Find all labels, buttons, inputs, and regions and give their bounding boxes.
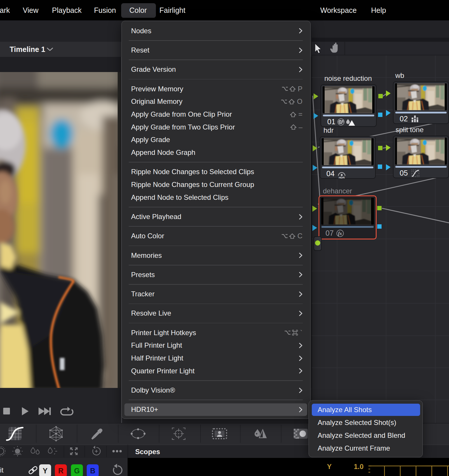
- svg-text:HDR: HDR: [339, 176, 345, 179]
- svg-text:fx: fx: [338, 231, 342, 236]
- svg-text:Y: Y: [327, 463, 332, 470]
- svg-text:1.0: 1.0: [354, 463, 363, 470]
